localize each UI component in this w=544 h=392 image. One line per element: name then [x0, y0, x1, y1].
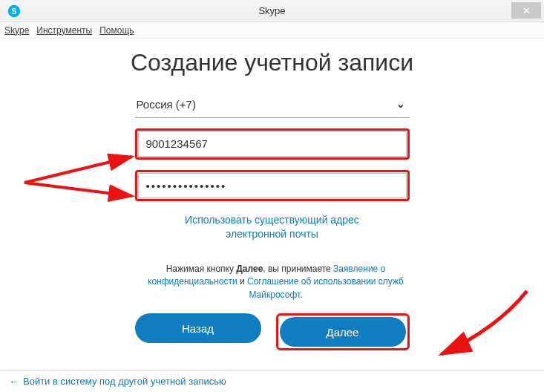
close-icon: ✕ [522, 5, 531, 16]
annotation-arrow-phone [21, 146, 140, 235]
switch-account-link[interactable]: ← Войти в систему под другой учетной зап… [9, 376, 226, 387]
skype-logo-icon: S [7, 4, 21, 18]
next-button[interactable]: Далее [280, 317, 406, 347]
button-row: Назад Далее [135, 313, 410, 350]
password-field-highlight: ••••••••••••••• [135, 170, 410, 201]
back-button[interactable]: Назад [135, 313, 261, 343]
close-button[interactable]: ✕ [511, 2, 541, 19]
phone-input[interactable] [138, 131, 407, 157]
window-title: Skype [0, 5, 544, 16]
arrow-left-icon: ← [9, 376, 19, 387]
signup-form: Россия (+7) ⌄ ••••••••••••••• Использова… [135, 94, 410, 350]
menubar: Skype Инструменты Помощь [0, 22, 544, 39]
chevron-down-icon: ⌄ [396, 98, 405, 110]
legal-text: Нажимая кнопку Далее, вы принимаете Заяв… [135, 263, 417, 301]
menu-skype[interactable]: Skype [4, 25, 29, 36]
country-label: Россия (+7) [137, 98, 196, 111]
footer: ← Войти в систему под другой учетной зап… [0, 370, 544, 392]
svg-line-2 [24, 157, 132, 183]
svg-line-3 [24, 183, 132, 196]
svg-text:S: S [11, 6, 16, 15]
content-area: Создание учетной записи Россия (+7) ⌄ ••… [0, 39, 544, 370]
menu-tools[interactable]: Инструменты [36, 25, 92, 36]
titlebar: S Skype ✕ [0, 0, 544, 22]
password-input[interactable]: ••••••••••••••• [138, 173, 407, 198]
annotation-arrow-next [430, 284, 534, 373]
terms-link[interactable]: Соглашение об использовании служб Майкро… [247, 276, 404, 299]
use-email-link[interactable]: Использовать существующий адрес электрон… [135, 213, 410, 242]
page-heading: Создание учетной записи [0, 49, 544, 76]
switch-account-label: Войти в систему под другой учетной запис… [23, 376, 226, 387]
menu-help[interactable]: Помощь [99, 25, 134, 36]
phone-field-highlight [135, 128, 410, 160]
country-select[interactable]: Россия (+7) ⌄ [135, 94, 410, 118]
skype-window: S Skype ✕ Skype Инструменты Помощь Созда… [0, 0, 544, 392]
next-button-highlight: Далее [276, 313, 410, 350]
